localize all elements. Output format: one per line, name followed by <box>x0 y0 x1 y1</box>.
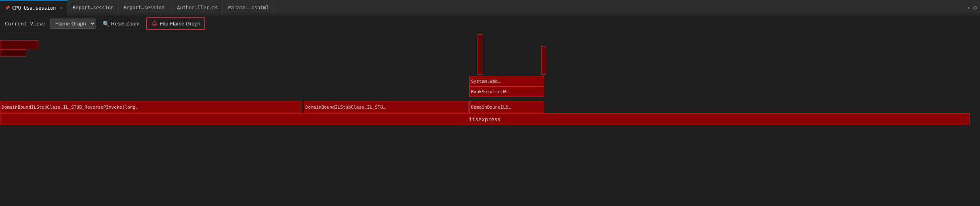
flame-label-domain-2: DomainBoundILStubClass.IL_STU… <box>305 105 386 110</box>
tab-overflow-chevron[interactable]: › <box>967 4 970 11</box>
tab-report-session-2[interactable]: Report…session <box>119 0 172 15</box>
tab-report-session-1[interactable]: Report…session <box>68 0 119 15</box>
tab-close-button[interactable]: × <box>60 5 63 11</box>
flamegraph-area[interactable]: System.Web… BookService.W… DomainBoundIL… <box>0 32 980 206</box>
view-select-dropdown[interactable]: Flame Graph <box>50 19 96 29</box>
flame-block-domain-1[interactable]: DomainBoundILStubClass.IL_STUB_ReversePI… <box>0 101 302 113</box>
tab-bar-end: › ⚙ <box>967 4 980 11</box>
svg-marker-0 <box>152 21 157 25</box>
flip-icon <box>151 20 158 27</box>
current-view-label: Current View: <box>5 21 46 27</box>
tab-label: CPU Usa…session <box>12 5 56 11</box>
flame-block-domain-3[interactable]: DomainBoundILS… <box>469 101 544 113</box>
flame-block-bookservice[interactable]: BookService.W… <box>469 86 544 97</box>
tab-label: Report…session <box>73 5 114 11</box>
flame-block-topleft-1[interactable] <box>0 40 38 49</box>
flame-label-domain-1: DomainBoundILStubClass.IL_STUB_ReversePI… <box>2 105 138 110</box>
tab-bar: 📌 CPU Usa…session × Report…session Repor… <box>0 0 980 15</box>
flame-block-system-web[interactable]: System.Web… <box>469 76 544 86</box>
flame-block-domain-2[interactable]: DomainBoundILStubClass.IL_STU… <box>304 101 469 113</box>
reset-zoom-label: Reset Zoom <box>111 21 140 27</box>
tab-params-cshtml[interactable]: Parame….cshtml <box>223 0 274 15</box>
tab-label: Report…session <box>124 5 164 11</box>
flame-block-topleft-2[interactable] <box>0 49 26 57</box>
tab-pin-icon: 📌 <box>5 6 10 10</box>
tab-label: Parame….cshtml <box>228 5 269 11</box>
settings-icon[interactable]: ⚙ <box>974 4 977 11</box>
toolbar: Current View: Flame Graph 🔍 Reset Zoom F… <box>0 15 980 32</box>
flame-block-thin-2[interactable] <box>541 46 546 75</box>
flame-block-thin-1[interactable] <box>477 34 482 75</box>
tab-label: Author…ller.cs <box>177 5 218 11</box>
flame-block-iisexpress[interactable]: iisexpress <box>0 113 969 125</box>
flame-label-domain-3: DomainBoundILS… <box>471 105 511 110</box>
reset-zoom-button[interactable]: 🔍 Reset Zoom <box>100 19 142 29</box>
tab-cpu-session[interactable]: 📌 CPU Usa…session × <box>0 0 68 15</box>
flame-label-bookservice: BookService.W… <box>471 89 509 95</box>
flip-flame-graph-label: Flip Flame Graph <box>160 21 200 27</box>
search-magnifier-icon: 🔍 <box>103 21 109 27</box>
tab-author-controller[interactable]: Author…ller.cs <box>172 0 223 15</box>
flip-flame-graph-button[interactable]: Flip Flame Graph <box>146 17 205 30</box>
flame-label-iisexpress: iisexpress <box>469 116 501 122</box>
flame-label-system-web: System.Web… <box>471 79 501 84</box>
